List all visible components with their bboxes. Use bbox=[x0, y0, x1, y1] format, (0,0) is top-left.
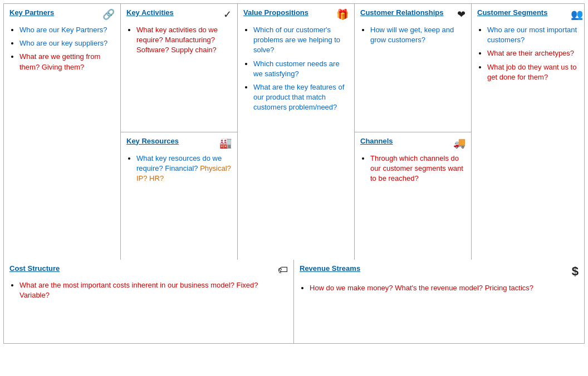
cost-structure-title: Cost Structure bbox=[9, 264, 60, 273]
revenue-streams-title: Revenue Streams bbox=[300, 264, 360, 273]
list-item: Who are our Key Partners? bbox=[19, 25, 115, 35]
value-propositions-cell: Value Propositions 🎁 Which of our custom… bbox=[238, 4, 355, 260]
revenue-streams-list: How do we make money? What's the revenue… bbox=[300, 283, 579, 293]
key-resources-header: Key Resources 🏭 bbox=[126, 137, 232, 149]
channels-list: Through which channels do our customer s… bbox=[360, 154, 465, 184]
key-partners-title: Key Partners bbox=[9, 8, 54, 17]
list-item: What are the most important costs inhere… bbox=[19, 280, 288, 300]
cost-structure-cell: Cost Structure 🏷 What are the most impor… bbox=[4, 260, 294, 343]
customer-relationships-list: How will we get, keep and grow customers… bbox=[360, 25, 465, 45]
list-item: Who are our key suppliers? bbox=[19, 38, 115, 48]
key-partners-icon: 🔗 bbox=[102, 8, 115, 21]
key-activities-list: What key activities do we require? Manuf… bbox=[126, 25, 232, 56]
key-activities-icon: ✓ bbox=[223, 8, 232, 21]
top-section: Key Partners 🔗 Who are our Key Partners?… bbox=[4, 4, 584, 260]
key-partners-cell: Key Partners 🔗 Who are our Key Partners?… bbox=[4, 4, 121, 260]
channels-header: Channels 🚚 bbox=[360, 137, 465, 149]
key-resources-title: Key Resources bbox=[126, 137, 179, 145]
key-resources-cell: Key Resources 🏭 What key resources do we… bbox=[121, 132, 237, 260]
list-item: Which customer needs are we satisfying? bbox=[253, 59, 349, 79]
list-item: Which of our customer's problems are we … bbox=[253, 25, 349, 56]
value-propositions-icon: 🎁 bbox=[336, 8, 349, 21]
customer-segments-list: Who are our most important customers? Wh… bbox=[477, 25, 583, 82]
customer-relationships-header: Customer Relationships ❤ bbox=[360, 8, 465, 21]
key-activities-header: Key Activities ✓ bbox=[126, 8, 232, 21]
revenue-streams-icon: $ bbox=[572, 264, 579, 279]
list-item: Through which channels do our customer s… bbox=[370, 154, 465, 184]
channels-cell: Channels 🚚 Through which channels do our… bbox=[355, 132, 471, 260]
business-model-canvas: Key Partners 🔗 Who are our Key Partners?… bbox=[3, 3, 585, 344]
value-propositions-header: Value Propositions 🎁 bbox=[243, 8, 349, 21]
key-resources-icon: 🏭 bbox=[219, 137, 232, 149]
bottom-section: Cost Structure 🏷 What are the most impor… bbox=[4, 260, 584, 343]
key-activities-resources-col: Key Activities ✓ What key activities do … bbox=[121, 4, 238, 260]
customer-segments-title: Customer Segments bbox=[477, 8, 547, 17]
customer-segments-header: Customer Segments 👥 bbox=[477, 8, 583, 21]
list-item: What key resources do we require? Financ… bbox=[136, 154, 232, 184]
customer-relationships-cell: Customer Relationships ❤ How will we get… bbox=[355, 4, 471, 132]
key-resources-list: What key resources do we require? Financ… bbox=[126, 154, 232, 184]
list-item: What are their archetypes? bbox=[487, 48, 583, 58]
list-item: What key activities do we require? Manuf… bbox=[136, 25, 232, 56]
cost-structure-header: Cost Structure 🏷 bbox=[9, 264, 288, 276]
key-partners-header: Key Partners 🔗 bbox=[9, 8, 115, 21]
key-activities-title: Key Activities bbox=[126, 8, 174, 17]
cost-structure-icon: 🏷 bbox=[278, 264, 288, 276]
channels-icon: 🚚 bbox=[453, 137, 465, 149]
revenue-streams-header: Revenue Streams $ bbox=[300, 264, 579, 279]
customer-relationships-title: Customer Relationships bbox=[360, 8, 444, 17]
key-partners-list: Who are our Key Partners? Who are our ke… bbox=[9, 25, 115, 72]
list-item: What are the key features of our product… bbox=[253, 82, 349, 113]
revenue-streams-cell: Revenue Streams $ How do we make money? … bbox=[294, 260, 584, 343]
value-propositions-list: Which of our customer's problems are we … bbox=[243, 25, 349, 113]
key-activities-cell: Key Activities ✓ What key activities do … bbox=[121, 4, 237, 132]
cost-structure-list: What are the most important costs inhere… bbox=[9, 280, 288, 300]
list-item: Who are our most important customers? bbox=[487, 25, 583, 45]
list-item: How do we make money? What's the revenue… bbox=[310, 283, 579, 293]
value-propositions-title: Value Propositions bbox=[243, 8, 308, 17]
customer-relationships-icon: ❤ bbox=[457, 8, 465, 21]
list-item: What job do they want us to get done for… bbox=[487, 62, 583, 82]
cr-channels-col: Customer Relationships ❤ How will we get… bbox=[355, 4, 472, 260]
list-item: What are we getting from them? Giving th… bbox=[19, 52, 115, 72]
customer-segments-icon: 👥 bbox=[571, 8, 583, 21]
customer-segments-cell: Customer Segments 👥 Who are our most imp… bbox=[472, 4, 588, 260]
channels-title: Channels bbox=[360, 137, 393, 145]
list-item: How will we get, keep and grow customers… bbox=[370, 25, 465, 45]
